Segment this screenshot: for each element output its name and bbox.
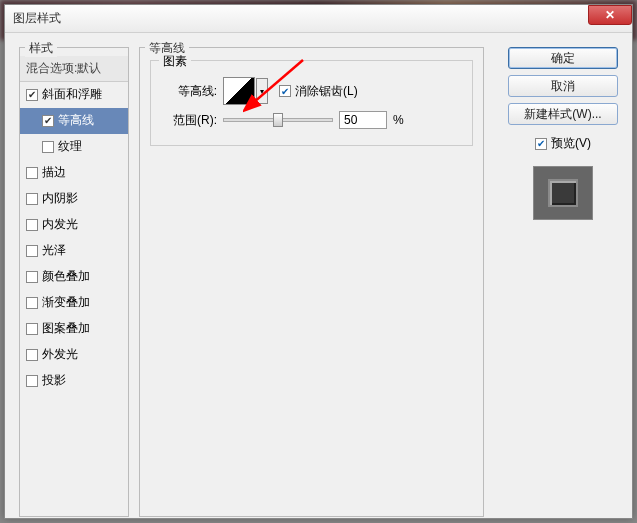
style-item-label: 渐变叠加 xyxy=(42,294,90,311)
style-item-2[interactable]: 纹理 xyxy=(20,134,128,160)
checkbox-icon[interactable]: ✔ xyxy=(42,115,54,127)
cancel-button[interactable]: 取消 xyxy=(508,75,618,97)
style-item-label: 光泽 xyxy=(42,242,66,259)
style-item-1[interactable]: ✔等高线 xyxy=(20,108,128,134)
styles-fieldset: 样式 混合选项:默认 ✔斜面和浮雕✔等高线纹理描边内阴影内发光光泽颜色叠加渐变叠… xyxy=(19,47,129,517)
style-item-9[interactable]: 图案叠加 xyxy=(20,316,128,342)
style-item-6[interactable]: 光泽 xyxy=(20,238,128,264)
new-style-button[interactable]: 新建样式(W)... xyxy=(508,103,618,125)
range-unit: % xyxy=(393,113,404,127)
antialias-checkbox[interactable]: ✔ 消除锯齿(L) xyxy=(279,83,358,100)
style-item-7[interactable]: 颜色叠加 xyxy=(20,264,128,290)
checkbox-icon: ✔ xyxy=(279,85,291,97)
style-item-label: 描边 xyxy=(42,164,66,181)
range-label: 范围(R): xyxy=(161,112,217,129)
style-item-3[interactable]: 描边 xyxy=(20,160,128,186)
preview-label: 预览(V) xyxy=(551,135,591,152)
close-icon: ✕ xyxy=(605,8,615,22)
ok-label: 确定 xyxy=(551,50,575,67)
style-item-4[interactable]: 内阴影 xyxy=(20,186,128,212)
range-input[interactable] xyxy=(339,111,387,129)
style-item-label: 图案叠加 xyxy=(42,320,90,337)
style-item-label: 内发光 xyxy=(42,216,78,233)
checkbox-icon[interactable] xyxy=(26,323,38,335)
style-item-8[interactable]: 渐变叠加 xyxy=(20,290,128,316)
checkbox-icon[interactable] xyxy=(26,167,38,179)
style-item-label: 外发光 xyxy=(42,346,78,363)
style-item-label: 颜色叠加 xyxy=(42,268,90,285)
checkbox-icon[interactable] xyxy=(26,245,38,257)
title-text: 图层样式 xyxy=(13,10,588,27)
style-item-0[interactable]: ✔斜面和浮雕 xyxy=(20,82,128,108)
style-item-label: 投影 xyxy=(42,372,66,389)
style-item-label: 内阴影 xyxy=(42,190,78,207)
style-item-10[interactable]: 外发光 xyxy=(20,342,128,368)
blend-options-row[interactable]: 混合选项:默认 xyxy=(20,56,128,82)
checkbox-icon: ✔ xyxy=(535,138,547,150)
checkbox-icon[interactable]: ✔ xyxy=(26,89,38,101)
cancel-label: 取消 xyxy=(551,78,575,95)
ok-button[interactable]: 确定 xyxy=(508,47,618,69)
element-fieldset: 图素 等高线: ▾ ✔ 消除锯齿(L) 范围(R): xyxy=(150,60,473,146)
checkbox-icon[interactable] xyxy=(26,349,38,361)
checkbox-icon[interactable] xyxy=(26,375,38,387)
range-slider[interactable] xyxy=(223,118,333,122)
contour-label: 等高线: xyxy=(161,83,217,100)
style-item-label: 纹理 xyxy=(58,138,82,155)
right-button-panel: 确定 取消 新建样式(W)... ✔ 预览(V) xyxy=(508,47,618,220)
chevron-down-icon[interactable]: ▾ xyxy=(256,78,268,104)
checkbox-icon[interactable] xyxy=(26,219,38,231)
checkbox-icon[interactable] xyxy=(42,141,54,153)
layer-style-dialog: 图层样式 ✕ 样式 混合选项:默认 ✔斜面和浮雕✔等高线纹理描边内阴影内发光光泽… xyxy=(4,4,633,519)
antialias-label: 消除锯齿(L) xyxy=(295,83,358,100)
checkbox-icon[interactable] xyxy=(26,193,38,205)
close-button[interactable]: ✕ xyxy=(588,5,632,25)
style-item-11[interactable]: 投影 xyxy=(20,368,128,394)
contour-picker[interactable]: ▾ xyxy=(223,77,255,105)
element-legend: 图素 xyxy=(159,53,191,70)
preview-checkbox[interactable]: ✔ 预览(V) xyxy=(508,135,618,152)
slider-thumb[interactable] xyxy=(273,113,283,127)
style-item-label: 斜面和浮雕 xyxy=(42,86,102,103)
checkbox-icon[interactable] xyxy=(26,297,38,309)
checkbox-icon[interactable] xyxy=(26,271,38,283)
preview-thumbnail xyxy=(533,166,593,220)
style-item-5[interactable]: 内发光 xyxy=(20,212,128,238)
new-style-label: 新建样式(W)... xyxy=(524,106,601,123)
contour-settings-fieldset: 等高线 图素 等高线: ▾ ✔ 消除锯齿(L) xyxy=(139,47,484,517)
styles-fieldset-label: 样式 xyxy=(25,40,57,57)
style-item-label: 等高线 xyxy=(58,112,94,129)
titlebar: 图层样式 ✕ xyxy=(5,5,632,33)
